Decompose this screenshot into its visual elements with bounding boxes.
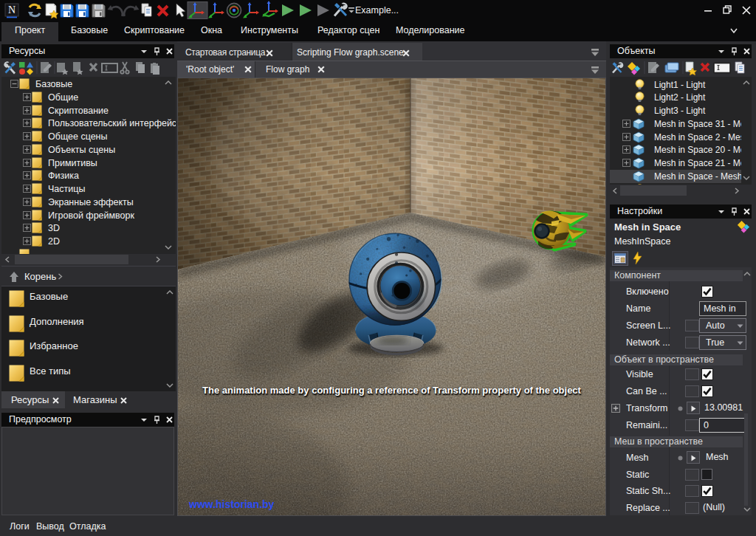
svg-text:N: N	[8, 4, 16, 16]
